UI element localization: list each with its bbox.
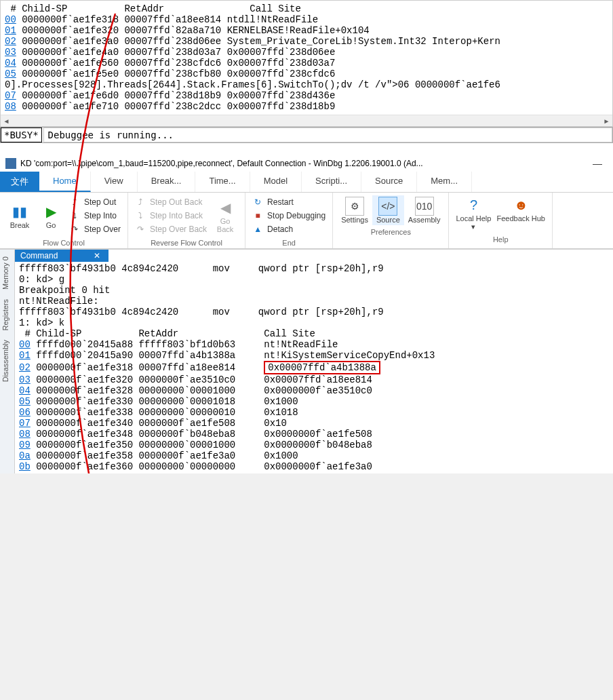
command-output[interactable]: fffff803`bf4931b0 4c894c2420 mov qword p… [15, 262, 613, 473]
frame-link[interactable]: 04 [19, 385, 31, 396]
top-output-pane: # Child-SP RetAddr Call Site00 0000000f`… [0, 0, 613, 127]
frame-link[interactable]: 03 [5, 47, 16, 58]
app-icon [5, 158, 16, 169]
tab-model[interactable]: Model [250, 172, 302, 192]
side-tabs: Memory 0RegistersDisassembly [0, 250, 15, 473]
frame-link[interactable]: 00 [5, 14, 16, 25]
frame-link[interactable]: 09 [19, 440, 31, 450]
assembly-mode-button[interactable]: 010Assembly [404, 195, 445, 225]
step-over-icon: ↷ [69, 224, 80, 235]
tab-scripti[interactable]: Scripti... [302, 172, 361, 192]
feedback-hub-button[interactable]: ☻Feedback Hub [494, 194, 548, 233]
tab-time[interactable]: Time... [195, 172, 250, 192]
step-into-back-icon: ⤵ [135, 210, 146, 221]
title-bar: KD 'com:port=\\.\pipe\com_1,baud=115200,… [0, 155, 613, 172]
group-end: ↻Restart ■Stop Debugging ▲Detach End [245, 193, 333, 248]
frame-link[interactable]: 07 [19, 418, 31, 429]
step-into-icon: ⤵ [69, 210, 80, 221]
detach-icon: ▲ [252, 224, 263, 235]
frame-link[interactable]: 02 [5, 36, 16, 47]
side-tab-memory-0[interactable]: Memory 0 [0, 252, 11, 294]
tab-mem[interactable]: Mem... [417, 172, 472, 192]
frame-link[interactable]: 08 [19, 429, 31, 440]
step-into-button[interactable]: ⤵Step Into [66, 209, 123, 222]
frame-link[interactable]: 05 [19, 396, 31, 407]
tab-file[interactable]: 文件 [0, 172, 39, 192]
reverse-flow-label: Reverse Flow Control [132, 236, 241, 247]
status-bar: *BUSY* Debuggee is running... [0, 127, 613, 143]
scroll-left-icon[interactable]: ◄ [1, 115, 12, 127]
status-text: Debuggee is running... [43, 128, 612, 142]
step-out-back-button: ⤴Step Out Back [132, 195, 210, 209]
group-reverse-flow: ⤴Step Out Back ⤵Step Into Back ↷Step Ove… [128, 193, 245, 248]
step-out-button[interactable]: ⤴Step Out [66, 195, 123, 209]
frame-link[interactable]: 02 [19, 362, 31, 373]
tab-view[interactable]: View [91, 172, 138, 192]
settings-button[interactable]: ⚙Settings [337, 195, 372, 225]
window-title: KD 'com:port=\\.\pipe\com_1,baud=115200,… [20, 159, 583, 168]
help-icon: ? [464, 195, 483, 214]
group-preferences: ⚙Settings </>Source 010Assembly Preferen… [333, 193, 449, 248]
frame-link[interactable]: 03 [19, 374, 31, 385]
close-icon[interactable]: ✕ [91, 251, 103, 260]
detach-button[interactable]: ▲Detach [250, 222, 328, 236]
restart-button[interactable]: ↻Restart [250, 195, 328, 209]
settings-icon: ⚙ [345, 197, 364, 216]
step-over-button[interactable]: ↷Step Over [66, 222, 123, 236]
stop-debugging-button[interactable]: ■Stop Debugging [250, 209, 328, 222]
highlighted-callsite: 0x00007ffd`a4b1388a [264, 361, 380, 374]
restart-icon: ↻ [252, 197, 263, 208]
frame-link[interactable]: 05 [5, 69, 16, 79]
source-icon: </> [378, 197, 397, 216]
help-label: Help [453, 233, 548, 244]
frame-link[interactable]: 07 [5, 90, 16, 101]
ribbon-tabs: 文件 HomeViewBreak...Time...ModelScripti..… [0, 172, 613, 193]
workspace: Memory 0RegistersDisassembly Command ✕ f… [0, 249, 613, 473]
local-help-button[interactable]: ?Local Help▾ [453, 194, 494, 233]
minimize-button[interactable]: — [587, 158, 608, 169]
side-tab-registers[interactable]: Registers [0, 295, 11, 334]
preferences-label: Preferences [337, 225, 444, 236]
end-label: End [250, 236, 328, 247]
tab-home[interactable]: Home [39, 172, 91, 192]
step-out-back-icon: ⤴ [135, 197, 146, 208]
tab-break[interactable]: Break... [138, 172, 196, 192]
step-over-back-icon: ↷ [135, 224, 146, 235]
h-scrollbar[interactable]: ◄ ► [1, 115, 612, 126]
frame-link[interactable]: 01 [5, 25, 16, 36]
go-back-icon: ◀ [220, 198, 231, 217]
step-into-back-button: ⤵Step Into Back [132, 209, 210, 222]
frame-link[interactable]: 08 [5, 101, 16, 112]
frame-link[interactable]: 0b [19, 461, 31, 472]
frame-link[interactable]: 01 [19, 350, 31, 361]
scroll-right-icon[interactable]: ► [601, 115, 612, 127]
source-mode-button[interactable]: </>Source [372, 195, 404, 225]
step-over-back-button: ↷Step Over Back [132, 222, 210, 236]
step-out-icon: ⤴ [69, 197, 80, 208]
frame-link[interactable]: 06 [19, 407, 31, 418]
tab-source[interactable]: Source [361, 172, 417, 192]
command-panel-title[interactable]: Command ✕ [15, 250, 108, 262]
go-button[interactable]: ▶Go [35, 195, 66, 236]
group-flow-control: ▮▮Break ▶Go ⤴Step Out ⤵Step Into ↷Step O… [0, 193, 128, 248]
flow-control-label: Flow Control [4, 236, 123, 247]
ribbon: 文件 HomeViewBreak...Time...ModelScripti..… [0, 172, 613, 249]
stop-icon: ■ [252, 210, 263, 221]
play-icon: ▶ [46, 202, 56, 221]
go-back-button: ◀Go Back [210, 195, 241, 236]
frame-link[interactable]: 00 [19, 339, 31, 350]
feedback-icon: ☻ [511, 195, 530, 214]
pause-icon: ▮▮ [12, 202, 27, 221]
busy-indicator: *BUSY* [1, 128, 42, 142]
assembly-icon: 010 [415, 197, 434, 216]
break-button[interactable]: ▮▮Break [4, 195, 35, 236]
group-help: ?Local Help▾ ☻Feedback Hub Help [449, 193, 553, 248]
frame-link[interactable]: 04 [5, 58, 16, 69]
frame-link[interactable]: 0a [19, 450, 31, 461]
side-tab-disassembly[interactable]: Disassembly [0, 336, 11, 386]
